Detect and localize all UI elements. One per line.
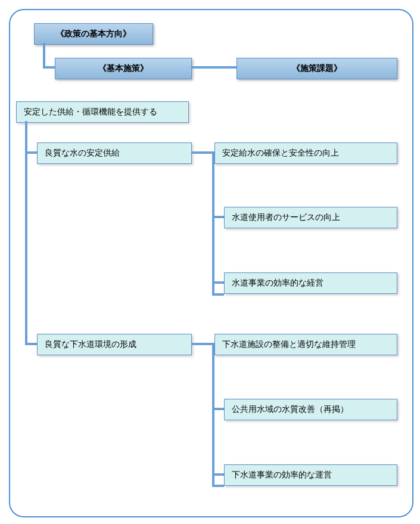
connector <box>43 66 55 69</box>
connector <box>192 151 214 154</box>
connector <box>212 408 224 410</box>
issue-3: 水道事業の効率的な経営 <box>224 272 397 294</box>
connector <box>212 216 224 218</box>
connector <box>212 473 224 476</box>
connector <box>25 343 37 345</box>
connector <box>212 151 214 296</box>
connector <box>25 121 27 345</box>
issue-5: 公共用水域の水質改善（再掲） <box>224 399 397 420</box>
header-policy-issues: 《施策課題》 <box>237 58 397 79</box>
header-policy-direction: 《政策の基本方向》 <box>34 23 153 45</box>
connector <box>25 151 37 154</box>
issue-2: 水道使用者のサービスの向上 <box>224 207 397 228</box>
root-node: 安定した供給・循環機能を提供する <box>16 101 189 123</box>
connector <box>212 293 224 296</box>
diagram-frame: 《政策の基本方向》 《基本施策》 《施策課題》 安定した供給・循環機能を提供する… <box>9 9 413 517</box>
connector <box>212 485 224 487</box>
measure-2: 良質な下水道環境の形成 <box>37 334 192 355</box>
issue-4: 下水道施設の整備と適切な維持管理 <box>214 334 397 355</box>
header-basic-measures: 《基本施策》 <box>55 58 192 79</box>
issue-1: 安定給水の確保と安全性の向上 <box>214 142 397 164</box>
connector <box>43 43 45 69</box>
connector <box>212 343 214 487</box>
connector <box>192 343 214 345</box>
connector <box>212 281 224 284</box>
issue-6: 下水道事業の効率的な運営 <box>224 464 397 486</box>
connector <box>192 66 237 69</box>
measure-1: 良質な水の安定供給 <box>37 142 192 164</box>
